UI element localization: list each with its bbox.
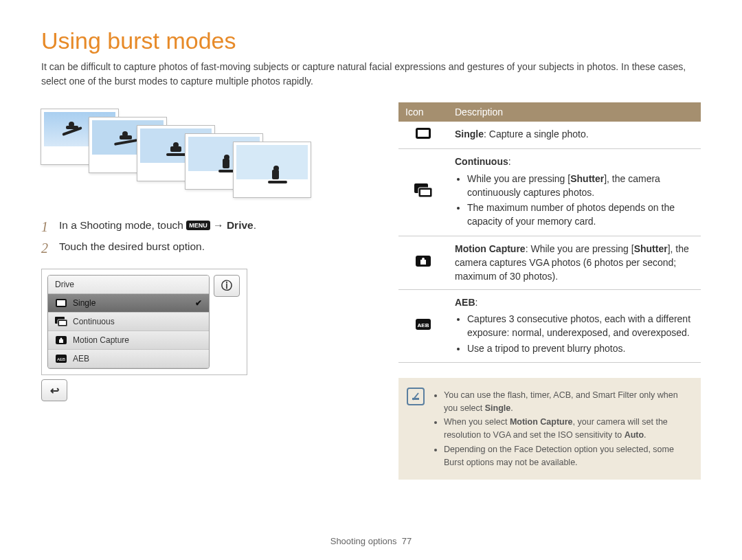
row-bullet: Captures 3 consecutive photos, each with…	[467, 312, 694, 340]
svg-rect-39	[420, 190, 430, 195]
svg-rect-23	[272, 170, 279, 179]
motion-icon	[55, 335, 67, 345]
svg-rect-26	[57, 300, 65, 306]
step-2: 2 Touch the desired burst option.	[41, 240, 371, 256]
left-column: 1 In a Shooting mode, touch MENU → Drive…	[41, 102, 371, 480]
back-icon: ↩	[50, 384, 59, 397]
step-2-text: Touch the desired burst option.	[59, 240, 205, 256]
drive-menu-screenshot: Drive Single ✔ Continuous Motion Capture	[41, 269, 247, 375]
note-bullet: Depending on the Face Detection option y…	[444, 443, 691, 469]
drive-item-label: Single	[73, 298, 95, 308]
table-row: Single: Capture a single photo.	[398, 122, 701, 149]
row-text: : Capture a single photo.	[484, 128, 589, 139]
drive-menu-header: Drive	[48, 276, 209, 294]
table-row: AEB AEB: Captures 3 consecutive photos, …	[398, 289, 701, 362]
row-bullet: While you are pressing [Shutter], the ca…	[467, 172, 694, 200]
page-title: Using burst modes	[41, 27, 701, 54]
steps-list: 1 In a Shooting mode, touch MENU → Drive…	[41, 219, 371, 256]
motion-icon	[415, 258, 431, 269]
page-footer: Shooting options 77	[41, 536, 701, 546]
drive-item-aeb[interactable]: AEB AEB	[48, 350, 209, 368]
menu-chip: MENU	[186, 221, 210, 230]
row-bullet: The maximum number of photos depends on …	[467, 201, 694, 229]
svg-rect-32	[59, 339, 63, 343]
footer-section: Shooting options	[330, 536, 397, 546]
th-desc: Description	[448, 102, 701, 122]
svg-rect-36	[418, 130, 429, 137]
svg-rect-13	[170, 146, 181, 152]
step-1: 1 In a Shooting mode, touch MENU → Drive…	[41, 219, 371, 235]
th-icon: Icon	[398, 102, 448, 122]
right-column: Icon Description Single: Capture a singl…	[398, 102, 701, 480]
row-bullet: Use a tripod to prevent blurry photos.	[467, 341, 694, 355]
step-1-pre: In a Shooting mode, touch	[59, 219, 186, 231]
options-table: Icon Description Single: Capture a singl…	[398, 102, 701, 363]
row-title: Single	[455, 128, 484, 139]
aeb-icon: AEB	[55, 354, 67, 363]
drive-item-motion[interactable]: Motion Capture	[48, 331, 209, 350]
continuous-icon	[55, 317, 67, 326]
row-text-a: : While you are pressing [	[526, 243, 634, 254]
check-icon: ✔	[195, 298, 202, 308]
drive-item-continuous[interactable]: Continuous	[48, 313, 209, 331]
svg-rect-24	[268, 181, 287, 183]
row-title: Motion Capture	[455, 243, 526, 254]
note-info-icon	[407, 388, 425, 405]
info-button[interactable]: ⓘ	[214, 275, 240, 297]
svg-rect-29	[59, 321, 66, 325]
intro-text: It can be difficult to capture photos of…	[41, 60, 701, 89]
svg-text:AEB: AEB	[418, 322, 429, 328]
row-title: Continuous	[455, 156, 508, 167]
step-number: 1	[41, 219, 51, 235]
drive-item-label: AEB	[73, 354, 89, 363]
note-bullet: You can use the flash, timer, ACB, and S…	[444, 389, 691, 415]
step-number: 2	[41, 240, 51, 256]
step-1-bold: Drive	[227, 219, 254, 231]
drive-item-single[interactable]: Single ✔	[48, 294, 209, 313]
svg-rect-42	[420, 260, 426, 265]
drive-item-label: Motion Capture	[73, 335, 129, 345]
info-icon: ⓘ	[221, 279, 232, 293]
back-button[interactable]: ↩	[41, 379, 67, 401]
svg-rect-14	[166, 153, 187, 156]
step-1-post: →	[210, 219, 227, 231]
footer-page: 77	[402, 536, 412, 546]
continuous-icon	[414, 188, 432, 199]
table-row: Continuous: While you are pressing [Shut…	[398, 149, 701, 236]
single-icon	[55, 298, 67, 308]
svg-text:AEB: AEB	[57, 357, 65, 361]
note-bullet: When you select Motion Capture, your cam…	[444, 416, 691, 442]
drive-item-label: Continuous	[73, 317, 115, 326]
note-box: You can use the flash, timer, ACB, and S…	[398, 378, 701, 480]
svg-rect-8	[120, 135, 132, 139]
single-icon	[415, 131, 431, 142]
step-1-tail: .	[254, 219, 256, 231]
row-bold2: Shutter	[634, 243, 668, 254]
burst-illustration	[41, 109, 371, 199]
row-title: AEB	[455, 297, 475, 308]
aeb-icon: AEB	[415, 322, 431, 333]
row-suffix: :	[508, 156, 511, 167]
svg-rect-18	[223, 159, 229, 168]
table-row: Motion Capture: While you are pressing […	[398, 236, 701, 289]
row-suffix: :	[475, 297, 478, 308]
